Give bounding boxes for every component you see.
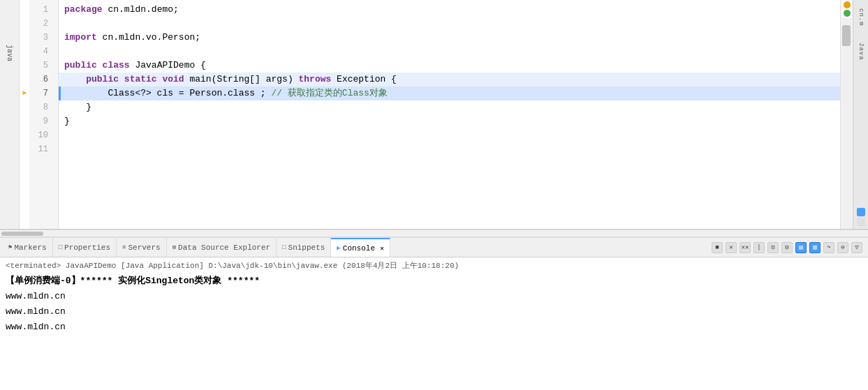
console-output[interactable]: <terminated> JavaAPIDemo [Java Applicati… (0, 257, 868, 390)
tab-servers-label: Servers (128, 243, 160, 252)
tab-properties[interactable]: □ Properties (53, 238, 117, 257)
kw-package: package (64, 3, 108, 17)
gutter-cell-3 (20, 31, 29, 45)
tab-datasource-label: Data Source Explorer (178, 243, 270, 252)
snippets-icon: □ (282, 244, 286, 251)
line-num-6: 6 (29, 73, 52, 87)
line-num-10: 10 (29, 128, 52, 142)
terminated-text: <terminated> JavaAPIDemo [Java Applicati… (6, 260, 862, 271)
gutter-cell-8 (20, 100, 29, 114)
gutter-cell-9 (20, 114, 29, 128)
properties-icon: □ (59, 244, 62, 251)
tab-markers-label: Markers (14, 243, 46, 252)
tab-console[interactable]: ▶ Console ✕ (331, 238, 390, 257)
method-sig: main(String[] args) (189, 73, 298, 87)
left-sidebar-label: java (6, 45, 13, 61)
gutter-cell-10 (20, 128, 29, 142)
line-num-4: 4 (29, 45, 52, 59)
editor-main: ➤ 1 2 3 4 5 6 7 8 9 10 11 package cn.mld… (20, 0, 840, 229)
import-name: cn.mldn.vo.Person; (103, 31, 200, 45)
bottom-panel: ⚑ Markers □ Properties ≡ Servers ⊞ Data … (0, 237, 868, 390)
datasource-icon: ⊞ (172, 243, 176, 251)
far-right-label-top: cn.m (858, 8, 865, 27)
console-tool3[interactable]: ⊟ (781, 242, 793, 253)
line-num-2: 2 (29, 17, 52, 31)
tab-servers[interactable]: ≡ Servers (117, 238, 167, 257)
line-num-11: 11 (29, 142, 52, 156)
code-line-5: public class JavaAPIDemo { (59, 59, 840, 73)
horizontal-scrollbar[interactable] (0, 230, 868, 237)
tab-right-buttons: ■ ✕ ✕✕ | ⊡ ⊟ ▤ ▥ ↷ ⊖ ▽ (712, 242, 865, 253)
horizontal-scrollbar-thumb[interactable] (1, 232, 43, 236)
tab-console-close[interactable]: ✕ (380, 244, 384, 253)
console-tool2[interactable]: ⊡ (767, 242, 779, 253)
gutter-cell-1 (20, 3, 29, 17)
panel-icon-1 (857, 208, 865, 216)
tab-console-label: Console (343, 244, 375, 253)
console-active1[interactable]: ▤ (795, 242, 807, 253)
marker-green (844, 10, 851, 17)
console-line-4: www.mldn.cn (6, 320, 862, 335)
code-comment: // 获取指定类的Class对象 (271, 87, 387, 100)
right-scrollbar[interactable] (840, 0, 853, 229)
gutter-cell-11 (20, 142, 29, 156)
scroll-track[interactable] (841, 18, 852, 229)
console-line-2: www.mldn.cn (6, 289, 862, 304)
code-content[interactable]: package cn.mldn.demo; import cn.mldn.vo.… (59, 0, 840, 229)
code-line-11 (59, 142, 840, 156)
code-line-7: Class<?> cls = Person.class ; // 获取指定类的C… (59, 87, 840, 100)
gutter-cell-4 (20, 45, 29, 59)
scroll-thumb[interactable] (842, 25, 851, 46)
line-num-7: 7 (29, 87, 52, 100)
console-tool6[interactable]: ▽ (851, 242, 862, 253)
pkg-name: cn.mldn.demo; (108, 3, 178, 17)
kw-import: import (64, 31, 103, 45)
kw-static: static (124, 73, 163, 87)
remove-all-button[interactable]: ✕✕ (740, 242, 751, 253)
console-tool5[interactable]: ⊖ (837, 242, 848, 253)
console-tool1[interactable]: | (753, 242, 765, 253)
code-line-6: public static void main(String[] args) t… (59, 73, 840, 87)
console-line-3: www.mldn.cn (6, 304, 862, 320)
bottom-tabs: ⚑ Markers □ Properties ≡ Servers ⊞ Data … (0, 238, 868, 257)
tab-snippets-label: Snippets (288, 243, 325, 252)
line-numbers: 1 2 3 4 5 6 7 8 9 10 11 (29, 0, 59, 229)
panel-icon-2 (857, 218, 865, 226)
line-num-5: 5 (29, 59, 52, 73)
code-line-4 (59, 45, 840, 59)
code-line-2 (59, 17, 840, 31)
marker-orange (844, 1, 851, 8)
far-right-panel: cn.m Java (853, 0, 868, 229)
line-num-8: 8 (29, 100, 52, 114)
code-line-1: package cn.mldn.demo; (59, 3, 840, 17)
gutter-cell-5 (20, 59, 29, 73)
gutter-cell-7: ➤ (20, 87, 29, 100)
console-line-1: 【单例消费端-0】****** 实例化Singleton类对象 ****** (6, 273, 862, 289)
kw-throws: throws (298, 73, 337, 87)
stop-button[interactable]: ■ (712, 242, 723, 253)
console-icon: ▶ (337, 244, 340, 252)
console-active2[interactable]: ▥ (809, 242, 821, 253)
line-num-3: 3 (29, 31, 52, 45)
exception-part: Exception { (337, 73, 397, 87)
tab-datasource[interactable]: ⊞ Data Source Explorer (167, 238, 277, 257)
closing-brace-class: } (64, 114, 70, 128)
debug-arrow-icon: ➤ (22, 88, 27, 99)
servers-icon: ≡ (122, 244, 126, 251)
kw-public-1: public (64, 59, 103, 73)
gutter-cell-2 (20, 17, 29, 31)
tab-snippets[interactable]: □ Snippets (277, 238, 331, 257)
code-cls-line: Class<?> cls = Person.class ; (64, 87, 271, 100)
line-num-9: 9 (29, 114, 52, 128)
terminate-button[interactable]: ✕ (726, 242, 737, 253)
closing-brace-method: } (64, 100, 91, 114)
far-right-label-bottom: Java (858, 43, 865, 61)
console-tool4[interactable]: ↷ (823, 242, 834, 253)
class-name: JavaAPIDemo { (135, 59, 205, 73)
editor-area: java ➤ 1 2 3 4 5 6 7 8 (0, 0, 868, 230)
tab-markers[interactable]: ⚑ Markers (3, 238, 53, 257)
kw-class: class (103, 59, 135, 73)
markers-icon: ⚑ (8, 243, 12, 251)
kw-public-2: public (64, 73, 124, 87)
gutter-cell-6 (20, 73, 29, 87)
